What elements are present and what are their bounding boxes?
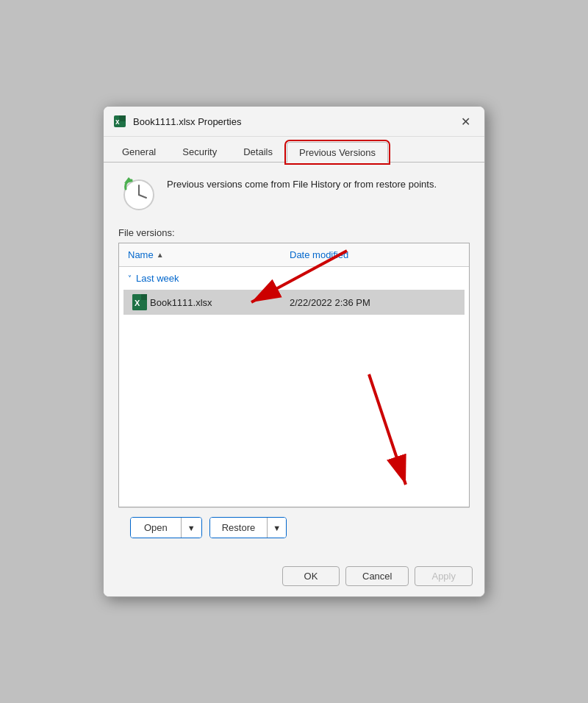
column-name[interactable]: Name ▲ (119, 246, 281, 263)
file-list-header: Name ▲ Date modified (119, 243, 469, 267)
dialog-footer: OK Cancel Apply (104, 559, 484, 596)
svg-rect-1 (119, 115, 126, 121)
tab-previous-versions[interactable]: Previous Versions (287, 142, 388, 163)
group-header-last-week: ˅ Last week (119, 267, 469, 290)
svg-rect-11 (141, 294, 147, 300)
properties-dialog: x Book1111.xlsx Properties ✕ General Sec… (103, 106, 485, 597)
tab-details[interactable]: Details (231, 141, 285, 162)
title-bar: x Book1111.xlsx Properties ✕ (104, 107, 484, 137)
file-name: Book1111.xlsx (150, 297, 290, 308)
info-row: Previous versions come from File History… (118, 174, 470, 213)
open-dropdown-button[interactable]: ▼ (182, 518, 201, 538)
excel-file-icon: X (132, 294, 147, 310)
file-history-icon (118, 174, 157, 213)
dialog-title: Book1111.xlsx Properties (133, 116, 449, 127)
file-versions-label: File versions: (118, 227, 470, 238)
file-row[interactable]: X Book1111.xlsx 2/22/2022 2:36 PM (123, 290, 465, 315)
apply-button[interactable]: Apply (415, 566, 473, 586)
tab-bar: General Security Details Previous Versio… (104, 137, 484, 163)
action-button-row: Open ▼ Restore ▼ (118, 507, 470, 547)
ok-button[interactable]: OK (282, 566, 340, 586)
tab-content: Previous versions come from File History… (104, 163, 484, 559)
svg-line-14 (369, 374, 406, 485)
group-label: Last week (136, 273, 179, 284)
action-buttons-group: Open ▼ Restore ▼ (130, 517, 287, 538)
chevron-icon: ˅ (128, 274, 132, 282)
restore-button[interactable]: Restore (210, 518, 268, 538)
restore-dropdown-button[interactable]: ▼ (268, 518, 286, 538)
red-arrow-2 (119, 360, 469, 507)
svg-text:x: x (115, 118, 120, 126)
svg-text:X: X (135, 299, 140, 307)
file-icon-cell: X (129, 294, 150, 310)
column-date[interactable]: Date modified (281, 246, 469, 263)
excel-title-icon: x (112, 114, 127, 129)
info-description: Previous versions come from File History… (167, 174, 437, 192)
close-button[interactable]: ✕ (455, 113, 476, 130)
open-button[interactable]: Open (131, 518, 182, 538)
cancel-button[interactable]: Cancel (345, 566, 409, 586)
tab-security[interactable]: Security (170, 141, 229, 162)
file-list-container: Name ▲ Date modified ˅ Last week X (118, 243, 470, 507)
file-date: 2/22/2022 2:36 PM (290, 297, 459, 308)
sort-arrow-icon: ▲ (157, 251, 164, 259)
open-button-group[interactable]: Open ▼ (130, 517, 202, 538)
restore-button-group[interactable]: Restore ▼ (209, 517, 287, 538)
tab-general[interactable]: General (110, 141, 168, 162)
